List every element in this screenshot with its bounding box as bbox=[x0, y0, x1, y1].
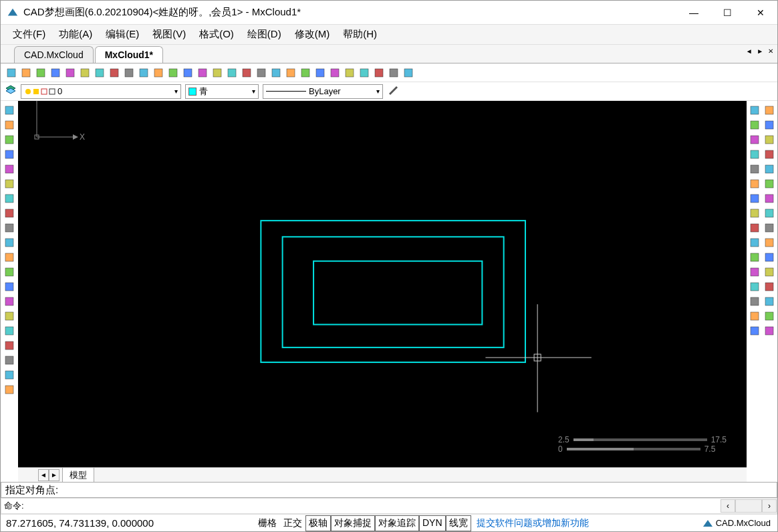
spline-icon[interactable] bbox=[3, 251, 16, 264]
explode-icon[interactable] bbox=[763, 236, 776, 249]
web-icon[interactable] bbox=[358, 66, 371, 80]
break2-icon[interactable] bbox=[763, 192, 776, 205]
menu-format[interactable]: 格式(O) bbox=[192, 25, 241, 43]
join-icon[interactable] bbox=[748, 280, 761, 293]
chamfer-icon[interactable] bbox=[748, 207, 761, 220]
div-icon[interactable] bbox=[763, 251, 776, 264]
command-input[interactable] bbox=[27, 501, 721, 511]
ellipse-icon[interactable] bbox=[3, 221, 16, 235]
hatch2-icon[interactable] bbox=[3, 383, 16, 396]
xline-icon[interactable] bbox=[3, 133, 16, 146]
align-icon[interactable] bbox=[763, 265, 776, 279]
print-icon[interactable] bbox=[343, 66, 356, 80]
insert-icon[interactable] bbox=[299, 66, 312, 80]
minimize-button[interactable]: — bbox=[677, 1, 710, 25]
line-icon[interactable] bbox=[3, 104, 16, 117]
menu-help[interactable]: 帮助(H) bbox=[336, 25, 384, 43]
mode-polar[interactable]: 极轴 bbox=[305, 515, 331, 531]
polygon-icon[interactable] bbox=[3, 162, 16, 176]
props-icon[interactable] bbox=[211, 66, 224, 80]
rotate-icon[interactable] bbox=[763, 133, 776, 146]
zoom-win-icon[interactable] bbox=[166, 66, 180, 80]
zoom-ext-icon[interactable] bbox=[108, 66, 121, 80]
text-s-icon[interactable] bbox=[3, 324, 16, 338]
find-icon[interactable] bbox=[78, 66, 92, 80]
doc-tab-2[interactable]: MxCloud1* bbox=[95, 46, 163, 63]
block-icon[interactable] bbox=[284, 66, 297, 80]
open-icon[interactable] bbox=[19, 66, 33, 80]
break-icon[interactable] bbox=[748, 192, 761, 205]
circle-icon[interactable] bbox=[3, 207, 16, 220]
maximize-button[interactable]: ☐ bbox=[710, 1, 744, 25]
zoom-a-icon[interactable] bbox=[152, 66, 165, 80]
tab-close-icon[interactable]: ✕ bbox=[768, 47, 773, 55]
copy-icon[interactable] bbox=[748, 104, 761, 117]
region-icon[interactable] bbox=[3, 309, 16, 323]
point-icon[interactable] bbox=[3, 280, 16, 293]
offset-icon[interactable] bbox=[763, 118, 776, 132]
linetype-select[interactable]: ByLayer ▾ bbox=[263, 84, 383, 99]
undo-sel-icon[interactable] bbox=[196, 66, 209, 80]
open2-icon[interactable] bbox=[34, 66, 47, 80]
scroll-left-icon[interactable]: ‹ bbox=[721, 499, 735, 513]
subtract-icon[interactable] bbox=[763, 221, 776, 235]
redo-icon[interactable] bbox=[313, 66, 327, 80]
layer-select[interactable]: 0 ▾ bbox=[21, 84, 181, 99]
linetype-paint-icon[interactable] bbox=[387, 84, 399, 99]
pan2-icon[interactable] bbox=[748, 295, 761, 308]
menu-draw[interactable]: 绘图(D) bbox=[241, 25, 288, 43]
layout-prev-icon[interactable]: ◄ bbox=[38, 469, 49, 481]
arc-icon[interactable] bbox=[3, 192, 16, 205]
dim2-icon[interactable] bbox=[763, 309, 776, 323]
mode-otrack[interactable]: 对象追踪 bbox=[375, 515, 419, 531]
prev-icon[interactable] bbox=[137, 66, 150, 80]
mode-ortho[interactable]: 正交 bbox=[280, 515, 305, 531]
helix-icon[interactable] bbox=[748, 309, 761, 323]
ellipse-arc-icon[interactable] bbox=[3, 236, 16, 249]
trim-icon[interactable] bbox=[748, 177, 761, 190]
rect-icon[interactable] bbox=[3, 148, 16, 161]
text-m-icon[interactable] bbox=[3, 339, 16, 352]
table-icon[interactable] bbox=[3, 354, 16, 367]
pan-icon[interactable] bbox=[122, 66, 136, 80]
menu-modify[interactable]: 修改(M) bbox=[288, 25, 337, 43]
saveas-icon[interactable] bbox=[63, 66, 77, 80]
arc2-icon[interactable] bbox=[748, 324, 761, 338]
fillet-icon[interactable] bbox=[763, 207, 776, 220]
copy2-icon[interactable] bbox=[763, 104, 776, 117]
layers-icon[interactable] bbox=[225, 66, 239, 80]
feedback-link[interactable]: 提交软件问题或增加新功能 bbox=[477, 517, 589, 529]
doc-tab-1[interactable]: CAD.MxCloud bbox=[14, 46, 94, 63]
scroll-track[interactable] bbox=[735, 499, 762, 513]
mode-lwt[interactable]: 线宽 bbox=[446, 515, 471, 531]
spline2-icon[interactable] bbox=[763, 324, 776, 338]
lengthen-icon[interactable] bbox=[748, 251, 761, 264]
drawing-canvas[interactable]: Y X 2.517.5 07.5 bbox=[18, 101, 747, 467]
color-select[interactable]: 青 ▾ bbox=[185, 84, 259, 99]
stretch-icon[interactable] bbox=[763, 162, 776, 176]
zoom-all-icon[interactable] bbox=[181, 66, 194, 80]
zoom-in-icon[interactable] bbox=[93, 66, 106, 80]
ray-icon[interactable] bbox=[3, 118, 16, 132]
menu-file[interactable]: 文件(F) bbox=[6, 25, 52, 43]
pedit-icon[interactable] bbox=[763, 295, 776, 308]
scale-icon[interactable] bbox=[748, 162, 761, 176]
cloud-icon[interactable] bbox=[3, 265, 16, 279]
new-icon[interactable] bbox=[5, 66, 18, 80]
array-icon[interactable] bbox=[748, 133, 761, 146]
mode-osnap[interactable]: 对象捕捉 bbox=[331, 515, 375, 531]
exit-icon[interactable] bbox=[402, 66, 415, 80]
intersect-icon[interactable] bbox=[748, 236, 761, 249]
attr-icon[interactable] bbox=[3, 368, 16, 382]
menu-view[interactable]: 视图(V) bbox=[146, 25, 192, 43]
union-icon[interactable] bbox=[748, 221, 761, 235]
move-icon[interactable] bbox=[748, 148, 761, 161]
layer-manager-icon[interactable] bbox=[5, 84, 17, 99]
extend-icon[interactable] bbox=[763, 177, 776, 190]
tab-next-icon[interactable]: ► bbox=[757, 47, 763, 55]
erase-icon[interactable] bbox=[763, 280, 776, 293]
layout-tab-model[interactable]: 模型 bbox=[62, 467, 94, 483]
menu-function[interactable]: 功能(A) bbox=[52, 25, 99, 43]
web2-icon[interactable] bbox=[372, 66, 386, 80]
tab-prev-icon[interactable]: ◄ bbox=[746, 47, 753, 55]
